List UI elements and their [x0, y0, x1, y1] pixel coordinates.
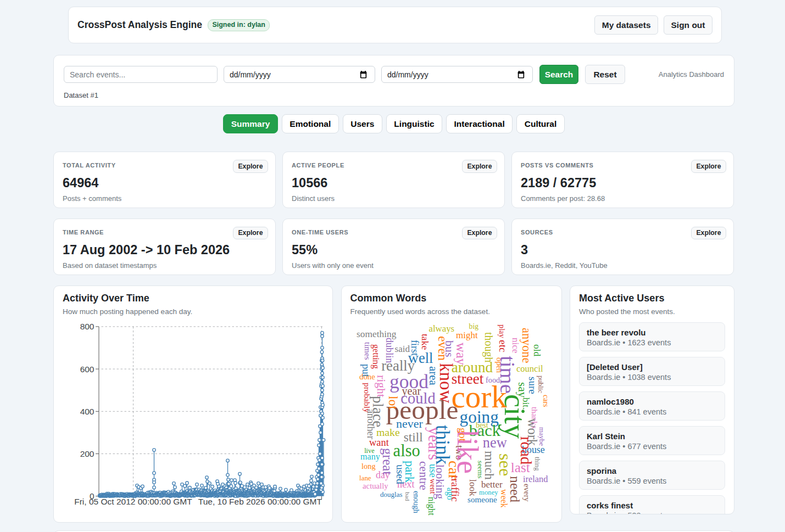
svg-text:200: 200 [80, 449, 94, 458]
svg-text:Fri, 05 Oct 2012 00:00:00 GMT: Fri, 05 Oct 2012 00:00:00 GMT [74, 497, 192, 506]
svg-text:400: 400 [80, 406, 94, 416]
svg-text:600: 600 [80, 364, 94, 373]
svg-text:Tue, 10 Feb 2026 00:00:00 GMT: Tue, 10 Feb 2026 00:00:00 GMT [198, 497, 322, 506]
svg-text:800: 800 [80, 322, 94, 331]
